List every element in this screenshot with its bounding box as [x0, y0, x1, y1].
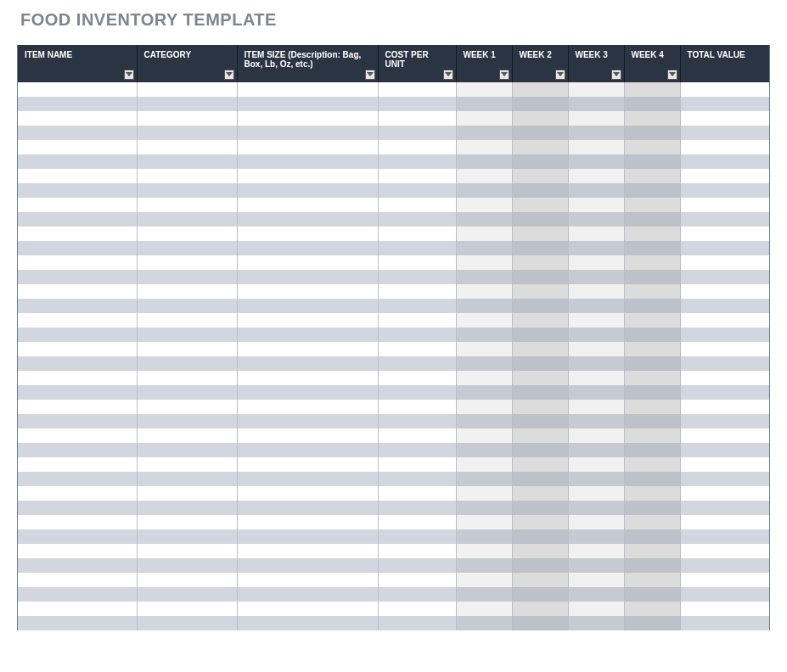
cell[interactable] — [456, 82, 512, 97]
cell[interactable] — [568, 97, 624, 111]
cell[interactable] — [624, 126, 680, 140]
table-row[interactable] — [18, 140, 769, 154]
cell[interactable] — [378, 97, 456, 111]
table-row[interactable] — [18, 515, 769, 529]
cell[interactable] — [512, 573, 568, 587]
cell[interactable] — [137, 428, 237, 443]
cell[interactable] — [378, 183, 456, 198]
cell[interactable] — [18, 515, 137, 529]
cell[interactable] — [680, 529, 769, 544]
cell[interactable] — [624, 111, 680, 126]
cell[interactable] — [568, 602, 624, 616]
cell[interactable] — [568, 515, 624, 529]
cell[interactable] — [568, 111, 624, 126]
cell[interactable] — [624, 183, 680, 198]
cell[interactable] — [456, 544, 512, 558]
cell[interactable] — [237, 328, 378, 342]
cell[interactable] — [137, 328, 237, 342]
cell[interactable] — [237, 371, 378, 385]
cell[interactable] — [137, 111, 237, 126]
cell[interactable] — [18, 198, 137, 212]
cell[interactable] — [237, 544, 378, 558]
cell[interactable] — [456, 126, 512, 140]
cell[interactable] — [680, 371, 769, 385]
cell[interactable] — [624, 515, 680, 529]
table-row[interactable] — [18, 154, 769, 169]
cell[interactable] — [680, 212, 769, 227]
cell[interactable] — [568, 400, 624, 414]
cell[interactable] — [456, 428, 512, 443]
cell[interactable] — [456, 602, 512, 616]
table-row[interactable] — [18, 313, 769, 328]
cell[interactable] — [680, 313, 769, 328]
cell[interactable] — [512, 558, 568, 573]
cell[interactable] — [18, 486, 137, 501]
cell[interactable] — [568, 82, 624, 97]
filter-dropdown-icon[interactable] — [667, 70, 677, 80]
cell[interactable] — [378, 126, 456, 140]
cell[interactable] — [568, 284, 624, 299]
cell[interactable] — [680, 328, 769, 342]
cell[interactable] — [624, 457, 680, 472]
cell[interactable] — [456, 515, 512, 529]
cell[interactable] — [512, 457, 568, 472]
cell[interactable] — [680, 284, 769, 299]
cell[interactable] — [624, 400, 680, 414]
cell[interactable] — [18, 602, 137, 616]
table-row[interactable] — [18, 486, 769, 501]
cell[interactable] — [568, 255, 624, 270]
cell[interactable] — [137, 284, 237, 299]
cell[interactable] — [456, 400, 512, 414]
table-row[interactable] — [18, 183, 769, 198]
cell[interactable] — [512, 616, 568, 630]
cell[interactable] — [568, 371, 624, 385]
cell[interactable] — [680, 428, 769, 443]
cell[interactable] — [18, 169, 137, 183]
cell[interactable] — [456, 371, 512, 385]
cell[interactable] — [512, 126, 568, 140]
cell[interactable] — [18, 241, 137, 255]
cell[interactable] — [512, 529, 568, 544]
cell[interactable] — [568, 169, 624, 183]
cell[interactable] — [624, 328, 680, 342]
cell[interactable] — [624, 529, 680, 544]
cell[interactable] — [568, 241, 624, 255]
cell[interactable] — [456, 443, 512, 457]
cell[interactable] — [237, 558, 378, 573]
cell[interactable] — [456, 328, 512, 342]
cell[interactable] — [624, 140, 680, 154]
cell[interactable] — [137, 544, 237, 558]
cell[interactable] — [137, 342, 237, 356]
table-row[interactable] — [18, 82, 769, 97]
cell[interactable] — [680, 270, 769, 284]
cell[interactable] — [378, 400, 456, 414]
cell[interactable] — [680, 169, 769, 183]
cell[interactable] — [680, 126, 769, 140]
cell[interactable] — [137, 140, 237, 154]
cell[interactable] — [237, 212, 378, 227]
cell[interactable] — [18, 472, 137, 486]
cell[interactable] — [18, 328, 137, 342]
cell[interactable] — [137, 602, 237, 616]
cell[interactable] — [680, 154, 769, 169]
cell[interactable] — [237, 198, 378, 212]
cell[interactable] — [137, 443, 237, 457]
cell[interactable] — [18, 313, 137, 328]
cell[interactable] — [137, 227, 237, 241]
cell[interactable] — [18, 558, 137, 573]
table-row[interactable] — [18, 356, 769, 371]
cell[interactable] — [237, 428, 378, 443]
filter-dropdown-icon[interactable] — [224, 70, 234, 80]
cell[interactable] — [512, 342, 568, 356]
cell[interactable] — [512, 414, 568, 428]
table-row[interactable] — [18, 544, 769, 558]
cell[interactable] — [137, 126, 237, 140]
cell[interactable] — [237, 255, 378, 270]
cell[interactable] — [568, 299, 624, 313]
cell[interactable] — [568, 457, 624, 472]
cell[interactable] — [456, 472, 512, 486]
cell[interactable] — [237, 529, 378, 544]
cell[interactable] — [624, 154, 680, 169]
cell[interactable] — [568, 140, 624, 154]
cell[interactable] — [378, 602, 456, 616]
